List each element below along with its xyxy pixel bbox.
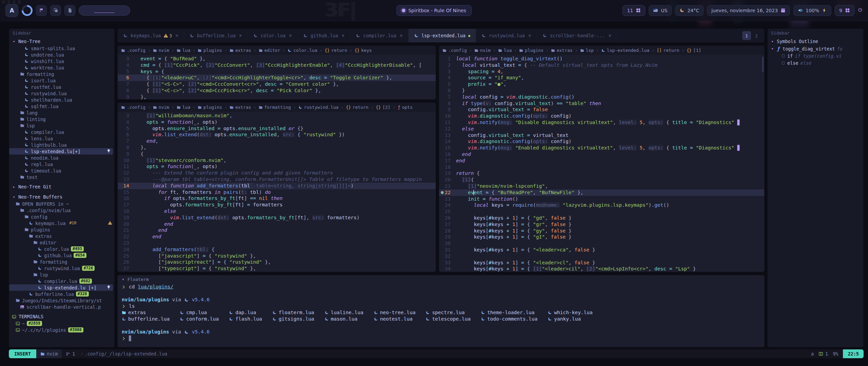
tab-close-icon[interactable]: ×: [528, 33, 531, 39]
breadcrumb-segment[interactable]: .config: [442, 48, 467, 53]
code-line[interactable]: 12 else: [439, 126, 764, 132]
tree-item-formatting[interactable]: formatting: [9, 259, 114, 265]
code-line[interactable]: 26 keys[#keys + 1] = { "gd", false }: [439, 215, 764, 221]
code-line[interactable]: 2 local virtual_text = { -- Default virt…: [439, 62, 764, 68]
code-line[interactable]: 32: [439, 253, 764, 260]
tree-item-config[interactable]: config: [9, 214, 114, 220]
code-line[interactable]: 8 if type(v: config.virtual_text) == "ta…: [439, 100, 764, 107]
code-line[interactable]: 34 keys[#keys + 1] = { [1]"<leader>cil",…: [439, 266, 764, 272]
tree-item-sqlfmt.lua[interactable]: sqlfmt.lua: [9, 103, 114, 109]
code-line[interactable]: 16 if opts.formatters_by_ft[ft] == nil t…: [118, 195, 436, 202]
code-line[interactable]: 4 opts = function(_, opts): [118, 119, 436, 125]
code-line[interactable]: 18 else: [118, 208, 436, 215]
tab-close-icon[interactable]: ×: [175, 33, 178, 39]
weather-widget[interactable]: 24°C: [675, 5, 704, 16]
breadcrumb-segment[interactable]: lua: [498, 48, 512, 53]
power-button[interactable]: [858, 7, 863, 14]
tree-item-undotree.lua[interactable]: undotree.lua: [9, 52, 114, 58]
editor-pane-color-lua[interactable]: .config›nvim›lua›plugins›extras›editor›c…: [117, 45, 436, 100]
code-line[interactable]: 23: [118, 240, 436, 246]
code-line[interactable]: 14 vim.diagnostic.config(opts: config): [439, 138, 764, 145]
tab-rustywind.lua[interactable]: rustywind.lua×: [476, 29, 537, 42]
tabpage-1[interactable]: 1: [742, 31, 751, 40]
code-line[interactable]: 28 keys[#keys + 1] = { "gy", false }: [439, 228, 764, 234]
music-widget[interactable]: Spiritbox - Rule Of Nines: [396, 5, 472, 16]
tree-item-shellharden.lua[interactable]: shellharden.lua: [9, 97, 114, 103]
tab-github.lua[interactable]: github.lua×: [298, 29, 350, 42]
code-area[interactable]: 1local function toggle_diag_virtext()2 l…: [439, 55, 764, 272]
tab-close-icon[interactable]: ×: [239, 33, 242, 39]
tree-item-test[interactable]: test: [9, 174, 114, 180]
breadcrumb-segment[interactable]: {}keys: [355, 48, 372, 53]
code-line[interactable]: 24 local keys = require(modname: "lazyvi…: [439, 202, 764, 208]
code-line[interactable]: ●22 event = { "BufReadPre", "BufNewFile"…: [439, 189, 764, 196]
tree-item-~-.c-n-l-plugins[interactable]: ~/.c/n/l/plugins#3980: [9, 327, 114, 333]
code-line[interactable]: 23 init = function(): [439, 196, 764, 202]
terminal-output[interactable]: cdlua/plugins/nvim/lua/pluginsviav5.4.6l…: [118, 283, 764, 347]
copy-button[interactable]: [50, 5, 61, 16]
tree-item-formatting[interactable]: formatting: [9, 71, 114, 77]
tree-item-linting[interactable]: linting: [9, 116, 114, 122]
tab-close-icon[interactable]: ×: [608, 33, 611, 39]
code-line[interactable]: 15 for ft, formatters in pairs(t: tbl) d…: [118, 189, 436, 196]
breadcrumb-segment[interactable]: rustywind.lua: [298, 105, 339, 110]
cwd-segment[interactable]: nvim: [36, 349, 62, 358]
tree-item-lsp[interactable]: lsp: [9, 271, 114, 278]
tree-item-smart-splits.lua[interactable]: smart-splits.lua: [9, 45, 114, 52]
breadcrumb-segment[interactable]: lsp-extended.lua: [601, 48, 649, 53]
volume-widget[interactable]: 100%: [793, 5, 831, 16]
breadcrumb-segment[interactable]: extras: [551, 48, 573, 53]
code-line[interactable]: 19return {: [439, 170, 764, 177]
tree-item-worktree.lua[interactable]: worktree.lua: [9, 64, 114, 71]
breadcrumb-segment[interactable]: color.lua: [288, 48, 317, 53]
tree-item-color.lua[interactable]: color.lua#493: [9, 246, 114, 252]
breadcrumb-segment[interactable]: nvim: [153, 48, 169, 53]
tree-item-open-buffers-in-~[interactable]: OPEN BUFFERS in ~: [9, 201, 114, 207]
breadcrumb-segment[interactable]: lua: [177, 48, 190, 53]
tree-item-bufferline.lua[interactable]: bufferline.lua#328: [9, 291, 114, 297]
tree-item-rustywind.lua[interactable]: rustywind.lua#726: [9, 265, 114, 271]
tree-item-winshift.lua[interactable]: winshift.lua: [9, 58, 114, 64]
git-branch-segment[interactable]: 1: [62, 349, 79, 358]
breadcrumb-segment[interactable]: plugins: [198, 105, 222, 110]
outline-item-toggle-diag-virtext[interactable]: ▾ƒtoggle_diag_virtextfu: [768, 45, 863, 52]
scrollbar-handle[interactable]: [762, 57, 764, 72]
breadcrumb-segment[interactable]: formatting: [259, 105, 291, 110]
tree-item-scrollbar-handle-vertical.p[interactable]: scrollbar-handle-vertical.p: [9, 304, 114, 310]
tab-compiler.lua[interactable]: compiler.lua×: [350, 29, 409, 42]
code-area[interactable]: 3 [1]"williamboman/mason.nvim",4 opts = …: [118, 112, 436, 272]
code-line[interactable]: 11 vim.notify(msg: "Disable diagnostics …: [439, 119, 764, 126]
tab-bufferline.lua[interactable]: bufferline.lua×: [184, 29, 248, 42]
terminal-line[interactable]: ls: [122, 303, 760, 309]
code-line[interactable]: 21 [1]"neovim/nvim-lspconfig",: [439, 183, 764, 189]
keyboard-layout-widget[interactable]: US: [649, 5, 672, 16]
floaterm-title[interactable]: ▾ Floaterm: [118, 275, 764, 283]
tree-item-rustywind.lua[interactable]: rustywind.lua: [9, 90, 114, 97]
tree-item-isort.lua[interactable]: isort.lua: [9, 77, 114, 84]
tab-color.lua[interactable]: color.lua×: [248, 29, 298, 42]
tree-item-repl.lua[interactable]: repl.lua: [9, 161, 114, 167]
tree-item-timeout.lua[interactable]: timeout.lua: [9, 167, 114, 174]
code-line[interactable]: 25 ["javascript"] = { "rustywind" },: [118, 253, 436, 259]
workspace-badge-left[interactable]: 11: [623, 5, 645, 16]
code-line[interactable]: 8 { [1]"<C-c>", [2]"<cmd>CccPick<cr>", d…: [118, 87, 436, 94]
code-line[interactable]: 9 config.virtual_text = false: [439, 106, 764, 113]
code-line[interactable]: 5 keys = {: [118, 68, 436, 75]
code-line[interactable]: 3 spacing = 4,: [439, 68, 764, 75]
breadcrumb-segment[interactable]: lua: [177, 105, 190, 110]
code-line[interactable]: 6 { [1]"<leader>uC", [2]"<cmd>CccHighlig…: [118, 75, 436, 81]
section-header-buffers[interactable]: ▾Neo-Tree Buffers: [9, 193, 114, 201]
tree-item-lsp[interactable]: lsp: [9, 122, 114, 129]
breadcrumb-segment[interactable]: extras: [230, 105, 251, 110]
code-line[interactable]: 29 keys[#keys + 1] = { "gI", false }: [439, 234, 764, 240]
code-line[interactable]: 14 local function add_formatters(tbl :ta…: [118, 183, 436, 189]
breadcrumb-segment[interactable]: extras: [230, 48, 251, 53]
code-line[interactable]: 13 ---@param tbl table<string, conform.F…: [118, 176, 436, 183]
code-line[interactable]: 12 --- Extend the conform plugin config …: [118, 170, 436, 176]
code-line[interactable]: 24 add_formatters(tbl: {: [118, 246, 436, 253]
tree-item-.config-nvim-lua[interactable]: .config/nvim/lua: [9, 207, 114, 214]
code-line[interactable]: 19 vim.list_extend(dst: opts.formatters_…: [118, 215, 436, 221]
tree-item-lens.lua[interactable]: lens.lua: [9, 135, 114, 142]
code-line[interactable]: 6 }: [439, 87, 764, 94]
breadcrumb-segment[interactable]: plugins: [519, 48, 544, 53]
